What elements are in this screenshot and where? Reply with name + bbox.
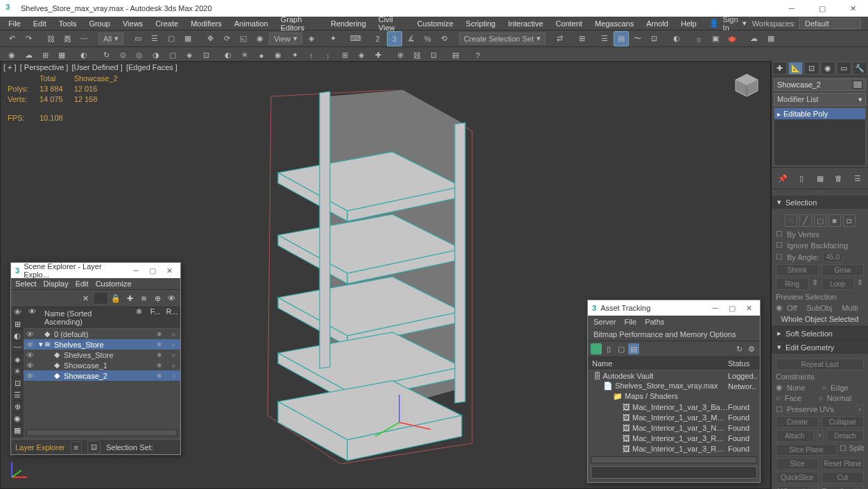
menu-scripting[interactable]: Scripting: [460, 18, 501, 29]
ignore-backfacing-checkbox[interactable]: ☐: [776, 241, 783, 250]
use-pivot-button[interactable]: ◈: [304, 31, 319, 46]
constraint-none-radio[interactable]: ◉: [776, 383, 783, 392]
se-menu-edit[interactable]: Edit: [76, 280, 89, 288]
hierarchy-tab[interactable]: ⊡: [804, 62, 819, 75]
tessellate-button[interactable]: Tessellate: [822, 486, 855, 489]
se-r-col[interactable]: R...: [164, 307, 180, 328]
subobj-edge[interactable]: ╱: [799, 214, 812, 227]
se-sidebar-1[interactable]: 👁: [11, 307, 24, 318]
tree-row[interactable]: 👁◆Showcase_2❄☼: [24, 370, 180, 381]
se-eye-col[interactable]: 👁: [24, 307, 40, 328]
bind-spacewarp-button[interactable]: 〰: [76, 31, 92, 46]
at-status-col[interactable]: Status: [727, 357, 760, 370]
pin-stack-icon[interactable]: 📌: [775, 171, 790, 186]
menu-megascans[interactable]: Megascans: [589, 18, 639, 29]
asset-row[interactable]: 🖼 Mac_Interior_1_var_3_Refraction.pngFou…: [588, 433, 760, 443]
attach-settings[interactable]: ▫: [817, 430, 824, 442]
asset-row[interactable]: 📁 Maps / Shaders: [588, 391, 760, 402]
freeze-icon[interactable]: ❄: [153, 341, 166, 348]
angle-snap-button[interactable]: ∡: [403, 31, 419, 46]
select-manipulate-button[interactable]: ✦: [326, 31, 341, 46]
at-path-input[interactable]: [591, 466, 757, 479]
freeze-icon[interactable]: ❄: [153, 331, 166, 338]
at-menu-paths[interactable]: Paths: [645, 318, 664, 326]
se-sidebar-7[interactable]: ⊡: [11, 379, 24, 389]
refcoord-select[interactable]: View ▾: [269, 33, 302, 44]
freeze-icon[interactable]: ❄: [153, 362, 166, 369]
se-minimize[interactable]: ─: [129, 266, 143, 275]
se-sidebar-10[interactable]: ◉: [11, 414, 24, 424]
se-config2-icon[interactable]: ⊡: [87, 440, 101, 454]
se-clear-search[interactable]: ✕: [79, 292, 92, 304]
create-button[interactable]: Create: [776, 416, 819, 428]
select-by-name-button[interactable]: ☰: [147, 31, 162, 46]
menu-customize[interactable]: Customize: [412, 18, 459, 29]
se-menu-customize[interactable]: Customize: [96, 280, 132, 288]
se-addlayer-icon[interactable]: ✚: [123, 292, 136, 304]
constraint-edge-radio[interactable]: ○: [822, 384, 826, 392]
rollout-selection[interactable]: ▾ Selection: [772, 196, 868, 209]
percent-snap-button[interactable]: %: [420, 31, 435, 46]
asset-row[interactable]: 📄 Shelves_Store_max_vray.maxNetwor..: [588, 381, 760, 391]
se-sidebar-2[interactable]: ⊞: [11, 319, 24, 329]
se-sidebar-11[interactable]: ▦: [11, 426, 24, 436]
toggle-layer-explorer-button[interactable]: ☰: [597, 31, 612, 46]
se-addtolayer-icon[interactable]: ⊕: [151, 292, 164, 304]
constraint-normal-radio[interactable]: ○: [818, 394, 823, 402]
window-crossing-button[interactable]: ▦: [180, 31, 196, 46]
menu-edit[interactable]: Edit: [28, 18, 52, 29]
link-button[interactable]: ⛓: [43, 31, 58, 46]
align-button[interactable]: ⊞: [575, 31, 590, 46]
se-sidebar-9[interactable]: ⊕: [11, 402, 24, 413]
stack-editable-poly[interactable]: ▸ Editable Poly: [774, 108, 865, 119]
asset-row[interactable]: 🖼 Mac_Interior_1_var_3_Normal.pngFound: [588, 422, 760, 433]
eye-icon[interactable]: 👁: [26, 372, 37, 380]
menu-animation[interactable]: Animation: [229, 18, 274, 29]
se-sidebar-8[interactable]: ☰: [11, 391, 24, 401]
eye-icon[interactable]: 👁: [26, 351, 37, 359]
se-scrollbar[interactable]: [26, 429, 177, 436]
sliceplane-button[interactable]: Slice Plane: [776, 444, 837, 456]
menu-content[interactable]: Content: [550, 18, 588, 29]
se-sidebar-5[interactable]: ◈: [11, 354, 24, 365]
make-unique-icon[interactable]: ▦: [813, 171, 828, 186]
preserve-uvs-checkbox[interactable]: ☐: [776, 405, 783, 414]
se-config1-icon[interactable]: ≡: [71, 441, 82, 454]
at-scrollbar[interactable]: [591, 456, 757, 463]
render-icon[interactable]: ☼: [166, 362, 180, 369]
se-name-col[interactable]: Name (Sorted Ascending): [40, 307, 130, 328]
msmooth-button[interactable]: MSmooth: [776, 486, 809, 489]
close-button[interactable]: ✕: [837, 0, 868, 17]
curve-editor-button[interactable]: 〜: [630, 31, 645, 46]
at-titlebar[interactable]: 3Asset Tracking ─▢✕: [588, 300, 760, 316]
se-footer-label[interactable]: Layer Explorer: [15, 443, 65, 452]
rollout-softsel[interactable]: ▸ Soft Selection: [772, 327, 868, 340]
asset-row[interactable]: 🗄 Autodesk VaultLogged..: [588, 370, 760, 381]
resetplane-button[interactable]: Reset Plane: [822, 458, 865, 470]
asset-row[interactable]: 🖼 Mac_Interior_1_var_3_Base_Color.pngFou…: [588, 402, 760, 412]
menu-arnold[interactable]: Arnold: [641, 18, 674, 29]
at-name-col[interactable]: Name: [588, 357, 727, 370]
utilities-tab[interactable]: 🔧: [853, 62, 867, 75]
attach-button[interactable]: Attach: [776, 430, 814, 442]
repeat-last-button[interactable]: Repeat Last: [776, 359, 864, 370]
at-maximize[interactable]: ▢: [725, 304, 739, 313]
at-menu-file[interactable]: File: [624, 318, 636, 326]
tree-row[interactable]: 👁◆0 (default)❄☼: [24, 329, 180, 339]
remove-mod-icon[interactable]: 🗑: [831, 171, 847, 186]
select-move-button[interactable]: ✥: [202, 31, 218, 46]
se-menu-select[interactable]: Select: [15, 280, 37, 288]
maximize-button[interactable]: ▢: [807, 0, 837, 17]
eye-icon[interactable]: 👁: [26, 361, 37, 370]
schematic-view-button[interactable]: ⊡: [647, 31, 662, 46]
render-icon[interactable]: ☼: [166, 352, 180, 359]
menu-views[interactable]: Views: [117, 18, 148, 29]
se-sidebar-4[interactable]: 〰: [11, 343, 24, 353]
tree-row[interactable]: 👁▾≋Shelves_Store❄☼: [24, 339, 180, 350]
rollout-editgeo[interactable]: ▾ Edit Geometry: [772, 341, 868, 354]
configure-icon[interactable]: ☰: [850, 171, 865, 186]
menu-create[interactable]: Create: [150, 18, 184, 29]
workspaces-select[interactable]: Default: [799, 18, 861, 29]
asset-row[interactable]: 🖼 Mac_Interior_1_var_3_Metallic.pngFound: [588, 412, 760, 422]
render-setup-button[interactable]: ☼: [691, 31, 706, 46]
